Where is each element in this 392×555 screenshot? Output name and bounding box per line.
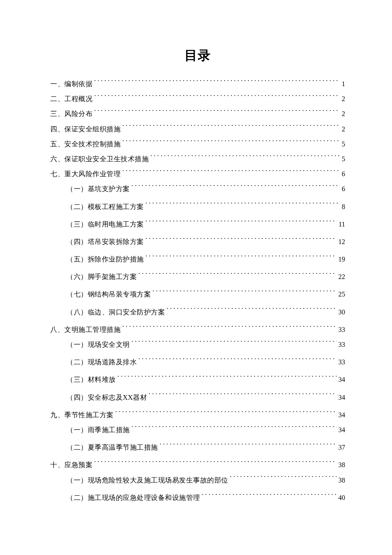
toc-leader-dots [146,220,337,227]
toc-leader-dots [94,109,340,116]
toc-entry-label: （二）施工现场的应急处理设备和设施管理 [66,490,200,505]
toc-entry: （二）夏季高温季节施工措施37 [50,440,345,455]
toc-entry-page: 6 [342,166,345,181]
toc-entry-page: 1 [342,76,345,91]
toc-leader-dots [94,94,340,101]
toc-entry-page: 19 [338,252,345,267]
toc-entry: （二）模板工程施工方案8 [50,199,345,214]
toc-entry: （八）临边、洞口安全防护方案30 [50,305,345,320]
toc-leader-dots [202,493,337,500]
toc-entry-page: 34 [338,422,345,437]
toc-entry-page: 38 [338,473,345,488]
toc-leader-dots [146,255,337,262]
toc-entry-page: 2 [342,91,345,106]
toc-entry: 一、编制依据1 [50,76,345,91]
toc-leader-dots [122,139,340,146]
toc-leader-dots [122,325,337,332]
toc-entry-page: 34 [338,390,345,405]
toc-entry-label: （一）基坑支护方案 [66,181,130,196]
toc-entry: （三）临时用电施工方案11 [50,217,345,232]
toc-entry-label: 五、安全技术控制措施 [50,137,121,151]
toc-leader-dots [132,184,340,191]
toc-entry-label: （四）安全标志及XX器材 [66,390,147,405]
toc-leader-dots [160,443,337,450]
toc-entry-page: 5 [342,151,345,166]
page-title: 目录 [50,47,345,64]
toc-entry-page: 2 [342,106,345,121]
toc-entry-label: 十、应急预案 [50,457,92,472]
toc-entry-page: 34 [338,372,345,387]
toc-entry-page: 12 [338,234,345,249]
toc-entry: （四）塔吊安装拆除方案12 [50,234,345,249]
toc-entry: 二、工程概况2 [50,91,345,106]
table-of-contents: 一、编制依据1二、工程概况2三、风险分布2四、保证安全组织措施2五、安全技术控制… [50,76,345,505]
toc-entry: （一）雨季施工措施34 [50,422,345,437]
toc-leader-dots [138,272,337,279]
toc-leader-dots [153,290,337,296]
toc-entry-label: 四、保证安全组织措施 [50,122,121,137]
toc-leader-dots [132,425,337,432]
toc-entry-label: （三）临时用电施工方案 [66,217,144,232]
toc-entry-label: 三、风险分布 [50,106,92,121]
toc-leader-dots [122,169,340,176]
toc-entry: 五、安全技术控制措施5 [50,137,345,151]
toc-entry-page: 25 [338,287,345,302]
toc-entry-label: （一）现场危险性较大及施工现场易发生事故的部位 [66,473,228,488]
toc-entry: （一）基坑支护方案6 [50,181,345,196]
toc-entry-page: 2 [342,122,345,137]
toc-entry-label: （二）夏季高温季节施工措施 [66,440,158,455]
toc-entry-label: 七、重大风险作业管理 [50,166,121,181]
toc-entry-page: 22 [338,269,345,284]
toc-entry: 八、文明施工管理措施33 [50,322,345,337]
toc-entry-label: （一）雨季施工措施 [66,422,130,437]
toc-leader-dots [230,476,337,482]
toc-entry: 六、保证职业安全卫生技术措施5 [50,151,345,166]
toc-entry: 七、重大风险作业管理6 [50,166,345,181]
toc-entry: （一）现场危险性较大及施工现场易发生事故的部位38 [50,473,345,488]
toc-entry-label: 六、保证职业安全卫生技术措施 [50,151,149,166]
toc-leader-dots [118,375,337,382]
toc-entry-page: 38 [338,457,345,472]
toc-leader-dots [132,340,337,347]
toc-entry: （一）现场安全文明33 [50,337,345,352]
toc-entry-label: （二）现场道路及排水 [66,355,137,369]
toc-entry-label: （六）脚手架施工方案 [66,269,137,284]
page-body: 目录 一、编制依据1二、工程概况2三、风险分布2四、保证安全组织措施2五、安全技… [0,0,392,548]
toc-leader-dots [149,393,337,400]
toc-entry: （三）材料堆放34 [50,372,345,387]
toc-entry-label: （七）钢结构吊装专项方案 [66,287,151,302]
toc-entry: 九、季节性施工方案34 [50,407,345,422]
toc-entry-label: （五）拆除作业防护措施 [66,252,144,267]
toc-entry: （四）安全标志及XX器材34 [50,390,345,405]
toc-entry-page: 34 [338,407,345,422]
toc-entry-label: 一、编制依据 [50,76,92,91]
toc-leader-dots [167,308,337,314]
toc-entry-page: 33 [338,322,345,337]
toc-entry-label: 二、工程概况 [50,91,92,106]
toc-entry-label: （八）临边、洞口安全防护方案 [66,305,165,320]
toc-leader-dots [115,410,337,417]
toc-entry-label: 九、季节性施工方案 [50,407,114,422]
toc-entry-label: （三）材料堆放 [66,372,116,387]
toc-entry-page: 33 [338,337,345,352]
toc-entry: （六）脚手架施工方案22 [50,269,345,284]
toc-entry-page: 40 [338,490,345,505]
toc-entry-label: （四）塔吊安装拆除方案 [66,234,144,249]
toc-leader-dots [146,237,337,244]
toc-entry: 四、保证安全组织措施2 [50,122,345,137]
toc-entry: （二）现场道路及排水33 [50,355,345,369]
toc-entry-page: 37 [338,440,345,455]
toc-leader-dots [122,125,340,131]
toc-entry: （七）钢结构吊装专项方案25 [50,287,345,302]
toc-leader-dots [146,202,340,209]
toc-leader-dots [150,154,340,161]
toc-entry: 三、风险分布2 [50,106,345,121]
toc-entry-label: 八、文明施工管理措施 [50,322,121,337]
toc-entry: 十、应急预案38 [50,457,345,472]
toc-entry-page: 6 [342,181,345,196]
toc-entry: （五）拆除作业防护措施19 [50,252,345,267]
toc-entry-page: 8 [342,199,345,214]
toc-entry-label: （二）模板工程施工方案 [66,199,144,214]
toc-entry-page: 5 [342,137,345,151]
toc-entry: （二）施工现场的应急处理设备和设施管理40 [50,490,345,505]
